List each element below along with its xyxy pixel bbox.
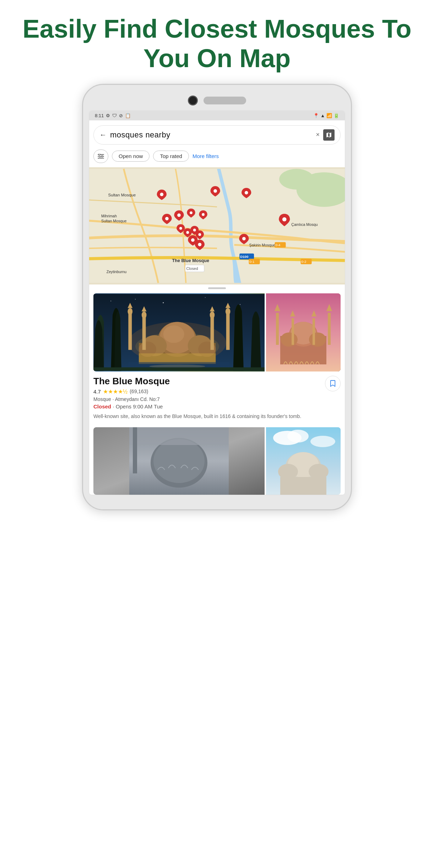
svg-rect-59 xyxy=(142,315,146,349)
svg-rect-78 xyxy=(328,313,331,345)
svg-rect-83 xyxy=(133,427,137,473)
phone-top xyxy=(89,92,345,110)
search-input[interactable]: mosques nearby xyxy=(110,130,312,140)
shield-icon: 🛡 xyxy=(112,113,117,118)
svg-point-87 xyxy=(310,436,335,447)
review-count: (69,163) xyxy=(130,389,148,394)
search-bar[interactable]: ← mosques nearby × xyxy=(93,125,341,145)
svg-point-22 xyxy=(198,243,201,246)
map-area[interactable]: Sultan Mosque Mihrimah Sultan Mosque Çam… xyxy=(89,167,345,284)
wifi-icon: ▲ xyxy=(320,113,325,118)
top-rated-filter[interactable]: Top rated xyxy=(153,151,189,162)
svg-rect-63 xyxy=(226,311,230,350)
svg-rect-75 xyxy=(276,313,279,345)
svg-text:Zeytinburnu: Zeytinburnu xyxy=(107,270,126,274)
svg-text:D100: D100 xyxy=(240,254,248,258)
status-time: 8:11 xyxy=(95,113,104,118)
drag-indicator xyxy=(208,287,226,289)
svg-point-11 xyxy=(245,191,248,194)
place-name: The Blue Mosque xyxy=(93,376,321,387)
place-type: Mosque · Atmeydanı Cd. No:7 xyxy=(93,396,321,402)
place-image-main xyxy=(93,293,265,371)
status-bar: 8:11 ⚙ 🛡 ⊘ 📋 📍 ▲ 📶 🔋 xyxy=(89,111,345,120)
place-card-blue-mosque: The Blue Mosque 4.7 ★★★★½ (69,163) Mosqu… xyxy=(89,292,345,427)
place-description: Well-known site, also known as the Blue … xyxy=(93,413,321,420)
svg-point-58 xyxy=(128,308,132,315)
filter-bar: Open now Top rated More filters xyxy=(89,148,345,167)
svg-text:0-4: 0-4 xyxy=(275,243,281,247)
svg-text:Closed: Closed xyxy=(186,266,198,270)
clear-search-button[interactable]: × xyxy=(316,131,320,139)
svg-text:0-1: 0-1 xyxy=(249,260,254,264)
svg-point-19 xyxy=(193,228,196,231)
settings-icon: ⚙ xyxy=(106,113,110,118)
svg-point-52 xyxy=(163,325,184,343)
circle-slash-icon: ⊘ xyxy=(119,113,123,118)
svg-point-10 xyxy=(213,189,217,192)
page-header: Easily Find Closest Mosques To You On Ma… xyxy=(0,0,434,84)
place-hours-line: Closed · Opens 9:00 AM Tue xyxy=(93,403,321,410)
more-filters-button[interactable]: More filters xyxy=(192,153,219,159)
svg-point-14 xyxy=(177,213,181,217)
svg-point-21 xyxy=(191,238,195,242)
svg-point-8 xyxy=(279,169,314,189)
map-view-button[interactable] xyxy=(323,129,335,141)
svg-rect-57 xyxy=(128,311,132,350)
svg-rect-61 xyxy=(211,315,214,349)
svg-rect-82 xyxy=(129,427,229,445)
camera xyxy=(188,96,198,105)
phone-bottom xyxy=(89,495,345,502)
place-status: Closed xyxy=(93,403,111,409)
open-now-filter[interactable]: Open now xyxy=(112,151,150,162)
svg-text:Sultan Mosque: Sultan Mosque xyxy=(108,192,136,197)
svg-point-9 xyxy=(160,192,163,196)
svg-point-81 xyxy=(153,439,205,483)
svg-point-13 xyxy=(165,217,169,220)
rating-number: 4.7 xyxy=(93,389,101,395)
svg-point-42 xyxy=(110,300,111,301)
svg-point-45 xyxy=(205,297,206,298)
place-details: The Blue Mosque 4.7 ★★★★½ (69,163) Mosqu… xyxy=(93,376,321,420)
svg-point-44 xyxy=(163,302,164,303)
speaker xyxy=(204,97,246,104)
status-right: 📍 ▲ 📶 🔋 xyxy=(313,113,339,118)
place-hours: · Opens 9:00 AM Tue xyxy=(113,403,163,409)
document-icon: 📋 xyxy=(125,113,131,118)
svg-text:Sultan Mosque: Sultan Mosque xyxy=(101,219,126,223)
svg-point-17 xyxy=(179,227,182,230)
place-rating: 4.7 ★★★★½ (69,163) xyxy=(93,388,321,395)
location-icon: 📍 xyxy=(313,113,319,118)
second-place-images xyxy=(93,427,341,495)
svg-point-20 xyxy=(198,233,201,236)
filter-options-button[interactable] xyxy=(93,150,108,163)
svg-rect-76 xyxy=(292,318,294,345)
bookmark-button[interactable] xyxy=(325,376,341,391)
second-place-image-left xyxy=(93,427,265,495)
svg-point-12 xyxy=(282,217,287,221)
signal-icon: 📶 xyxy=(326,113,332,118)
svg-point-74 xyxy=(309,332,326,347)
svg-rect-68 xyxy=(93,367,265,371)
svg-point-73 xyxy=(281,332,298,347)
svg-point-16 xyxy=(202,213,205,216)
phone-frame: 8:11 ⚙ 🛡 ⊘ 📋 📍 ▲ 📶 🔋 ← mosques nearby × xyxy=(82,84,352,510)
star-rating: ★★★★½ xyxy=(103,388,128,395)
svg-point-46 xyxy=(240,304,240,305)
svg-point-15 xyxy=(190,211,192,214)
svg-rect-77 xyxy=(313,318,315,345)
place-info: The Blue Mosque 4.7 ★★★★½ (69,163) Mosqu… xyxy=(93,376,341,420)
svg-point-62 xyxy=(210,311,215,319)
svg-text:Çamlıca Mosqu: Çamlıca Mosqu xyxy=(291,222,318,227)
phone-screen: 8:11 ⚙ 🛡 ⊘ 📋 📍 ▲ 📶 🔋 ← mosques nearby × xyxy=(89,110,345,495)
battery-icon: 🔋 xyxy=(333,113,339,118)
svg-point-86 xyxy=(287,430,309,443)
svg-text:0-2: 0-2 xyxy=(301,260,306,264)
svg-point-60 xyxy=(142,311,147,319)
svg-point-64 xyxy=(226,308,230,315)
svg-point-5 xyxy=(99,157,101,159)
svg-point-23 xyxy=(242,237,246,240)
svg-text:The Blue Mosque: The Blue Mosque xyxy=(172,258,210,263)
back-button[interactable]: ← xyxy=(99,131,107,139)
svg-point-18 xyxy=(186,231,189,234)
place-image-secondary xyxy=(266,293,341,371)
